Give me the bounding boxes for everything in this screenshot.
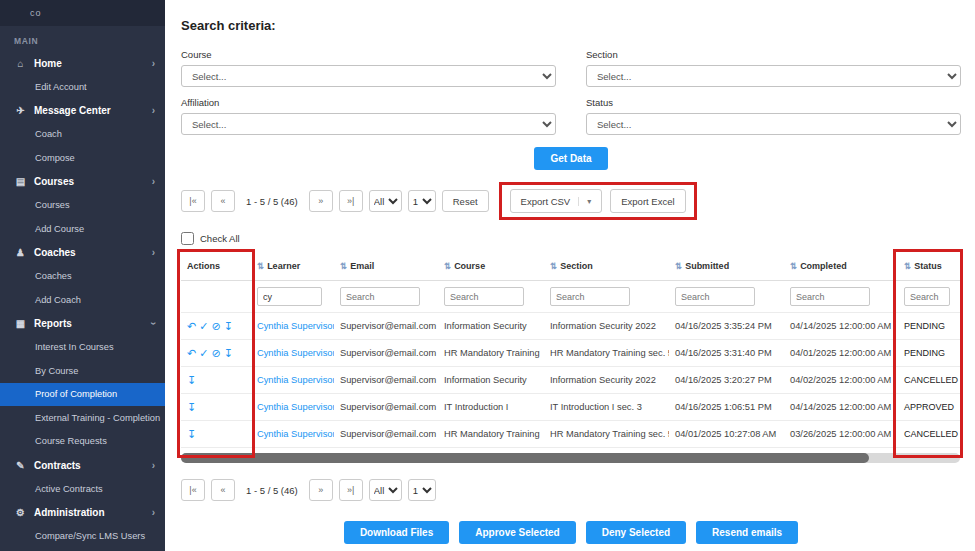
learner-link[interactable]: Cynthia Supervisor <box>257 375 334 385</box>
prev-page-button[interactable]: « <box>211 190 235 212</box>
prev-page-button[interactable]: « <box>211 479 235 501</box>
sidebar-item-proof-of-completion[interactable]: Proof of Completion <box>0 383 165 407</box>
col-header-status[interactable]: ⇅Status <box>898 253 960 281</box>
sidebar-item-coach[interactable]: Coach <box>0 123 165 147</box>
sidebar-item-course-requests[interactable]: Course Requests <box>0 430 165 454</box>
download-icon[interactable]: ↧ <box>187 428 196 440</box>
page-size-select[interactable]: All <box>369 479 402 501</box>
learner-link[interactable]: Cynthia Supervisor <box>257 429 334 439</box>
next-page-button[interactable]: » <box>309 190 333 212</box>
sidebar-item-add-course[interactable]: Add Course <box>0 217 165 241</box>
check-all-checkbox[interactable] <box>181 232 194 245</box>
status-filter-input[interactable] <box>904 287 950 306</box>
email-cell: Supervisor@email.com <box>334 421 438 448</box>
sort-icon: ⇅ <box>550 261 557 271</box>
export-csv-button[interactable]: Export CSV ▾ <box>510 189 603 213</box>
export-csv-label: Export CSV <box>521 196 571 207</box>
learner-link[interactable]: Cynthia Supervisor <box>257 402 334 412</box>
sidebar-item-courses-list[interactable]: Courses <box>0 194 165 218</box>
submitted-cell: 04/01/2025 10:27:08 AM <box>669 421 784 448</box>
approve-icon[interactable]: ✓ <box>199 347 208 359</box>
first-page-button[interactable]: |« <box>181 190 205 212</box>
col-header-submitted[interactable]: ⇅Submitted <box>669 253 784 281</box>
download-files-button[interactable]: Download Files <box>344 521 449 544</box>
email-cell: Supervisor@email.com <box>334 340 438 367</box>
sidebar-item-add-coach[interactable]: Add Coach <box>0 288 165 312</box>
sidebar-item-reports[interactable]: ▦ Reports › <box>0 312 165 336</box>
export-excel-button[interactable]: Export Excel <box>610 189 685 213</box>
sidebar-item-compose[interactable]: Compose <box>0 146 165 170</box>
learner-link[interactable]: Cynthia Supervisor <box>257 348 334 358</box>
last-page-button[interactable]: »| <box>339 190 363 212</box>
page-number-select[interactable]: 1 <box>408 190 436 212</box>
sidebar-item-interest-in-courses[interactable]: Interest In Courses <box>0 336 165 360</box>
col-header-course[interactable]: ⇅Course <box>438 253 544 281</box>
next-page-button[interactable]: » <box>309 479 333 501</box>
approve-selected-button[interactable]: Approve Selected <box>459 521 575 544</box>
section-select[interactable]: Select... <box>586 65 961 87</box>
page-title: Search criteria: <box>181 18 961 33</box>
sidebar-item-active-contracts[interactable]: Active Contracts <box>0 477 165 501</box>
approve-icon[interactable]: ✓ <box>199 320 208 332</box>
caret-down-icon[interactable]: ▾ <box>578 197 591 206</box>
status-select[interactable]: Select... <box>586 113 961 135</box>
download-icon[interactable]: ↧ <box>224 320 233 332</box>
sidebar-item-by-course[interactable]: By Course <box>0 359 165 383</box>
top-paginator: |« « 1 - 5 / 5 (46) » »| All 1 Reset Exp… <box>181 182 961 220</box>
col-header-completed[interactable]: ⇅Completed <box>784 253 898 281</box>
download-icon[interactable]: ↧ <box>187 374 196 386</box>
completed-filter-input[interactable] <box>790 287 870 306</box>
results-table-wrap: Actions ⇅Learner ⇅Email ⇅Course ⇅Section… <box>181 253 961 448</box>
reset-button[interactable]: Reset <box>442 190 489 212</box>
col-header-learner[interactable]: ⇅Learner <box>251 253 334 281</box>
download-icon[interactable]: ↧ <box>224 347 233 359</box>
resend-emails-button[interactable]: Resend emails <box>696 521 798 544</box>
sidebar-item-message-center[interactable]: ✈ Message Center › <box>0 99 165 123</box>
email-cell: Supervisor@email.com <box>334 394 438 421</box>
learner-link[interactable]: Cynthia Supervisor <box>257 321 334 331</box>
sidebar-item-label: Courses <box>34 176 74 187</box>
sidebar-item-label: Coach <box>35 129 62 139</box>
page-size-select[interactable]: All <box>369 190 402 212</box>
page-range-text: 1 - 5 / 5 (46) <box>246 196 298 207</box>
last-page-button[interactable]: »| <box>339 479 363 501</box>
undo-icon[interactable]: ↶ <box>187 320 196 332</box>
section-filter-input[interactable] <box>550 287 630 306</box>
table-row: ↶✓⊘↧ Cynthia Supervisor Supervisor@email… <box>181 313 960 340</box>
col-header-email[interactable]: ⇅Email <box>334 253 438 281</box>
sidebar-item-courses[interactable]: ▤ Courses › <box>0 170 165 194</box>
get-data-button[interactable]: Get Data <box>534 147 607 170</box>
deny-icon[interactable]: ⊘ <box>211 347 220 359</box>
status-label: Status <box>586 97 961 108</box>
horizontal-scrollbar-thumb[interactable] <box>181 453 869 463</box>
deny-icon[interactable]: ⊘ <box>211 320 220 332</box>
course-filter-input[interactable] <box>444 287 524 306</box>
learner-filter-input[interactable] <box>257 287 322 306</box>
submitted-cell: 04/16/2025 1:06:51 PM <box>669 394 784 421</box>
sidebar-item-home[interactable]: ⌂ Home › <box>0 51 165 75</box>
sidebar-item-administration[interactable]: ⚙ Administration › <box>0 501 165 525</box>
deny-selected-button[interactable]: Deny Selected <box>586 521 686 544</box>
sidebar-item-contracts[interactable]: ✎ Contracts › <box>0 453 165 477</box>
download-icon[interactable]: ↧ <box>187 401 196 413</box>
sort-icon: ⇅ <box>790 261 797 271</box>
course-select[interactable]: Select... <box>181 65 556 87</box>
search-form: Course Select... Section Select... Affil… <box>181 49 961 135</box>
table-row: ↧ Cynthia Supervisor Supervisor@email.co… <box>181 367 960 394</box>
sort-icon: ⇅ <box>675 261 682 271</box>
page-number-select[interactable]: 1 <box>408 479 436 501</box>
sidebar-item-compare-sync-lms-users[interactable]: Compare/Sync LMS Users <box>0 525 165 549</box>
first-page-button[interactable]: |« <box>181 479 205 501</box>
email-filter-input[interactable] <box>340 287 420 306</box>
sidebar-item-edit-account[interactable]: Edit Account <box>0 75 165 99</box>
submitted-filter-input[interactable] <box>675 287 755 306</box>
col-header-section[interactable]: ⇅Section <box>544 253 669 281</box>
page-range-text: 1 - 5 / 5 (46) <box>246 485 298 496</box>
sidebar-item-coaches-list[interactable]: Coaches <box>0 265 165 289</box>
affiliation-select[interactable]: Select... <box>181 113 556 135</box>
sidebar-item-label: Add Course <box>35 224 84 234</box>
sidebar-item-external-training-completion[interactable]: External Training - Completion <box>0 406 165 430</box>
undo-icon[interactable]: ↶ <box>187 347 196 359</box>
send-icon: ✈ <box>13 105 28 116</box>
sidebar-item-coaches[interactable]: ♟ Coaches › <box>0 241 165 265</box>
